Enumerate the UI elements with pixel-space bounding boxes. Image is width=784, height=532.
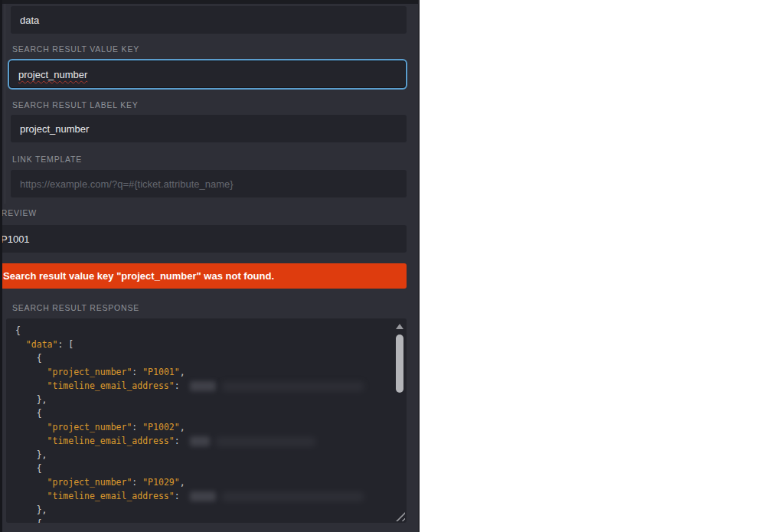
json-punctuation: }, — [15, 449, 47, 460]
json-punctuation — [15, 436, 47, 446]
json-key: "timeline_email_address" — [47, 491, 175, 501]
link-template-input[interactable] — [11, 170, 407, 197]
json-key: "timeline_email_address" — [47, 380, 175, 391]
settings-dialog-panel: SEARCH RESULT VALUE KEY project_number S… — [0, 0, 420, 532]
json-punctuation — [15, 380, 47, 391]
search-result-value-key-input[interactable]: project_number — [8, 59, 407, 90]
redacted-value — [190, 491, 216, 501]
code-scrollbar[interactable] — [395, 321, 404, 520]
json-punctuation: }, — [15, 394, 47, 405]
json-punctuation: : [ — [57, 339, 74, 350]
json-string: "P1002" — [142, 422, 179, 432]
redacted-smear — [222, 492, 364, 501]
form-left-edge — [5, 4, 5, 204]
json-string: "P1029" — [142, 477, 179, 488]
json-punctuation: : — [132, 422, 142, 432]
json-punctuation: }, — [15, 504, 47, 515]
json-punctuation: { — [15, 463, 42, 474]
json-punctuation: : — [175, 380, 185, 391]
code-content: { "data": [ { "project_number": "P1001",… — [6, 324, 407, 523]
json-key: "data" — [26, 339, 58, 350]
redacted-smear — [216, 437, 315, 446]
json-punctuation: { — [15, 408, 42, 419]
screenshot-canvas: SEARCH RESULT VALUE KEY project_number S… — [0, 0, 784, 532]
json-punctuation: { — [15, 518, 42, 523]
json-punctuation — [15, 491, 47, 501]
redacted-value — [190, 381, 216, 391]
json-punctuation: , — [180, 422, 185, 432]
error-banner: Search result value key "project_number"… — [0, 263, 407, 289]
json-key: "project_number" — [47, 367, 132, 377]
redacted-smear — [222, 382, 364, 391]
search-result-response-label: SEARCH RESULT RESPONSE — [12, 303, 139, 313]
preview-label: PREVIEW — [0, 208, 37, 218]
left-crop-strip — [0, 0, 2, 532]
redacted-value — [190, 436, 210, 446]
search-result-label-key-label: SEARCH RESULT LABEL KEY — [12, 100, 139, 110]
top-edge-bar — [0, 0, 418, 4]
json-key: "project_number" — [47, 477, 132, 488]
json-key: "timeline_email_address" — [47, 436, 175, 446]
search-result-value-key-label: SEARCH RESULT VALUE KEY — [12, 44, 139, 54]
json-punctuation: { — [15, 325, 21, 336]
json-key: "project_number" — [47, 422, 132, 432]
json-punctuation: : — [175, 491, 185, 501]
json-punctuation — [15, 477, 47, 488]
scrollbar-thumb[interactable] — [396, 335, 403, 393]
json-string: "P1001" — [142, 367, 179, 377]
search-result-response-viewer[interactable]: { "data": [ { "project_number": "P1001",… — [6, 318, 407, 523]
preview-value: P1001 — [1, 233, 30, 245]
search-result-list-key-input[interactable] — [11, 6, 407, 34]
link-template-label: LINK TEMPLATE — [12, 155, 82, 165]
json-punctuation — [15, 367, 47, 377]
json-punctuation: : — [132, 367, 142, 377]
search-result-value-key-value: project_number — [18, 69, 87, 80]
scrollbar-up-icon[interactable] — [396, 324, 403, 329]
json-punctuation: : — [175, 436, 185, 446]
json-punctuation — [15, 422, 47, 432]
json-punctuation: , — [180, 367, 185, 377]
json-punctuation: { — [15, 353, 42, 364]
json-punctuation: , — [180, 477, 185, 488]
search-result-label-key-input[interactable] — [11, 115, 407, 142]
json-punctuation — [15, 339, 26, 350]
json-punctuation: : — [132, 477, 142, 488]
preview-value-field[interactable]: P1001 — [0, 225, 407, 253]
